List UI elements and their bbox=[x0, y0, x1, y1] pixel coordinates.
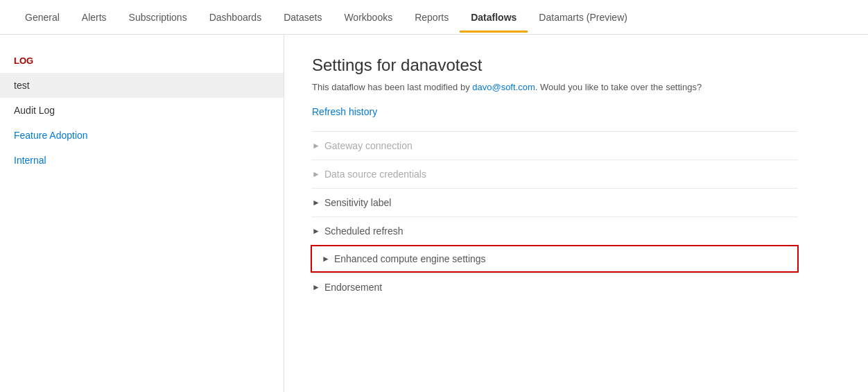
gateway-arrow-icon: ► bbox=[312, 141, 320, 151]
enhanced-arrow-icon: ► bbox=[322, 254, 330, 264]
sidebar-item-audit-log[interactable]: Audit Log bbox=[0, 98, 284, 123]
sections-container: ► Gateway connection ► Data source crede… bbox=[312, 131, 797, 301]
enhanced-label: Enhanced compute engine settings bbox=[334, 253, 486, 264]
tab-reports[interactable]: Reports bbox=[403, 2, 460, 33]
scheduled-label: Scheduled refresh bbox=[324, 225, 403, 237]
section-endorsement[interactable]: ► Endorsement bbox=[312, 273, 797, 301]
tab-alerts[interactable]: Alerts bbox=[71, 2, 118, 33]
sidebar-item-log[interactable]: LOG bbox=[0, 49, 284, 73]
scheduled-arrow-icon: ► bbox=[312, 226, 320, 236]
datasource-arrow-icon: ► bbox=[312, 169, 320, 179]
sidebar-item-feature-adoption[interactable]: Feature Adoption bbox=[0, 123, 284, 148]
sidebar-item-test[interactable]: test bbox=[0, 73, 284, 98]
tab-dataflows[interactable]: Dataflows bbox=[460, 2, 528, 33]
section-scheduled-refresh[interactable]: ► Scheduled refresh bbox=[312, 216, 797, 245]
subtitle-email-link[interactable]: davo@soft.com bbox=[472, 82, 535, 92]
page-title: Settings for danavotest bbox=[312, 56, 840, 75]
sensitivity-label: Sensitivity label bbox=[324, 197, 392, 208]
subtitle-before-link: This dataflow has been last modified by bbox=[312, 82, 472, 92]
refresh-history-link[interactable]: Refresh history bbox=[312, 106, 377, 117]
tab-workbooks[interactable]: Workbooks bbox=[333, 2, 403, 33]
tab-datasets[interactable]: Datasets bbox=[272, 2, 333, 33]
endorsement-arrow-icon: ► bbox=[312, 282, 320, 292]
gateway-label: Gateway connection bbox=[324, 140, 413, 151]
main-content: Settings for danavotest This dataflow ha… bbox=[284, 35, 868, 392]
subtitle-after-link: . Would you like to take over the settin… bbox=[535, 82, 702, 92]
section-gateway[interactable]: ► Gateway connection bbox=[312, 131, 797, 160]
sensitivity-arrow-icon: ► bbox=[312, 198, 320, 207]
tab-subscriptions[interactable]: Subscriptions bbox=[118, 2, 198, 33]
tab-datamarts[interactable]: Datamarts (Preview) bbox=[528, 2, 639, 33]
tab-dashboards[interactable]: Dashboards bbox=[198, 2, 273, 33]
endorsement-label: Endorsement bbox=[324, 282, 382, 293]
datasource-label: Data source credentials bbox=[324, 169, 426, 180]
sidebar: LOG test Audit Log Feature Adoption Inte… bbox=[0, 35, 284, 392]
section-sensitivity[interactable]: ► Sensitivity label bbox=[312, 188, 797, 216]
section-enhanced-compute[interactable]: ► Enhanced compute engine settings bbox=[311, 245, 799, 273]
subtitle: This dataflow has been last modified by … bbox=[312, 82, 840, 92]
sidebar-item-internal[interactable]: Internal bbox=[0, 148, 284, 173]
section-datasource[interactable]: ► Data source credentials bbox=[312, 160, 797, 188]
tab-general[interactable]: General bbox=[14, 2, 71, 33]
page-layout: LOG test Audit Log Feature Adoption Inte… bbox=[0, 35, 868, 392]
top-navigation: General Alerts Subscriptions Dashboards … bbox=[0, 0, 868, 35]
